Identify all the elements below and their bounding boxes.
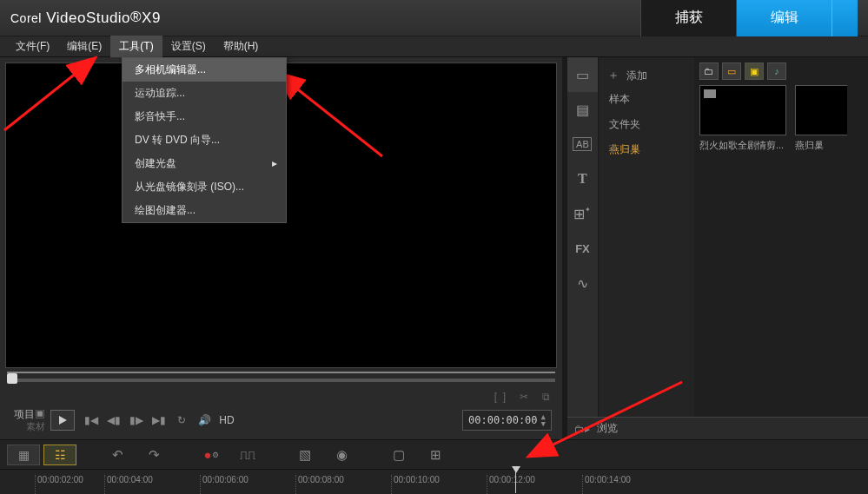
- menu-movie-wizard[interactable]: 影音快手...: [123, 105, 286, 128]
- svg-line-3: [278, 74, 382, 156]
- menu-burn-iso[interactable]: 从光盘镜像刻录 (ISO)...: [123, 175, 286, 199]
- menu-multi-camera-editor[interactable]: 多相机编辑器...: [123, 58, 286, 82]
- menu-painting-creator[interactable]: 绘图创建器...: [123, 199, 286, 222]
- submenu-arrow-icon: ▸: [272, 157, 277, 169]
- tools-dropdown: 多相机编辑器... 运动追踪... 影音快手... DV 转 DVD 向导...…: [122, 57, 287, 223]
- svg-line-4: [530, 382, 682, 456]
- menu-dv-to-dvd[interactable]: DV 转 DVD 向导...: [123, 128, 286, 152]
- svg-line-2: [4, 59, 94, 130]
- menu-motion-tracking[interactable]: 运动追踪...: [123, 82, 286, 105]
- menu-create-disc[interactable]: 创建光盘▸: [123, 152, 286, 175]
